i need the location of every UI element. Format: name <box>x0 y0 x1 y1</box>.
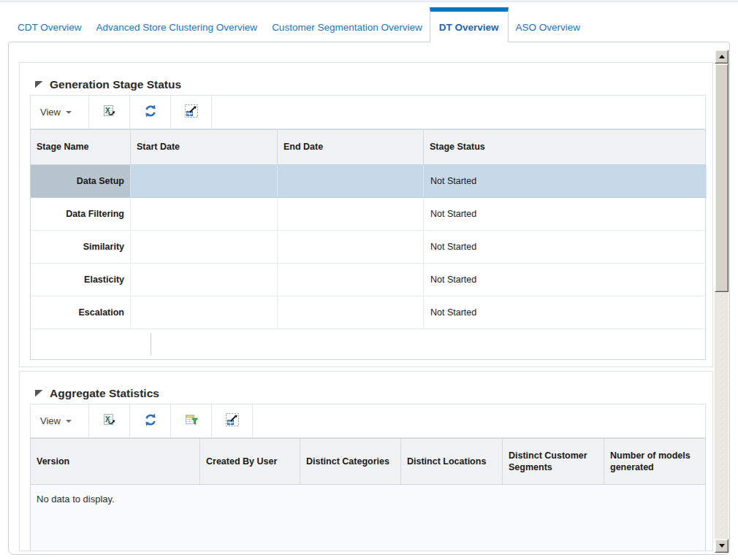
arrow-up-icon <box>719 55 725 58</box>
stage-table-footer <box>31 329 705 359</box>
end-date-cell[interactable] <box>278 264 424 296</box>
column-header-start-date[interactable]: Start Date <box>131 130 278 164</box>
end-date-cell[interactable] <box>278 231 424 264</box>
export-to-excel-icon: X <box>102 104 117 120</box>
export-to-excel-button[interactable]: X <box>89 96 130 129</box>
overview-tab-bar: CDT Overview Advanced Store Clustering O… <box>0 0 738 42</box>
svg-text:X: X <box>105 107 110 115</box>
aggregate-table-empty-body: No data to display. <box>31 485 705 551</box>
stage-status-cell[interactable]: Not Started <box>424 165 707 198</box>
tab-aso-overview[interactable]: ASO Overview <box>509 7 588 42</box>
end-date-cell[interactable] <box>278 198 424 231</box>
tab-cdt-overview[interactable]: CDT Overview <box>10 7 89 42</box>
query-by-example-button[interactable] <box>171 404 212 437</box>
refresh-icon <box>143 104 158 120</box>
export-to-excel-button[interactable]: X <box>89 404 130 437</box>
view-menu-button[interactable]: View <box>31 404 89 437</box>
detach-button[interactable] <box>212 404 253 437</box>
tab-dt-overview[interactable]: DT Overview <box>430 7 509 42</box>
column-header-created-by-user[interactable]: Created By User <box>200 439 300 484</box>
stage-name-cell[interactable]: Elasticity <box>31 264 131 296</box>
section-title: Aggregate Statistics <box>50 387 159 400</box>
collapse-triangle-icon[interactable] <box>35 390 43 397</box>
arrow-down-icon <box>719 544 725 548</box>
export-to-excel-icon: X <box>102 413 117 429</box>
column-header-distinct-customer-segments[interactable]: Distinct Customer Segments <box>503 439 604 484</box>
column-header-version[interactable]: Version <box>31 439 200 484</box>
generation-stage-status-header: Generation Stage Status <box>20 63 712 95</box>
refresh-button[interactable] <box>130 96 171 129</box>
table-row-elasticity[interactable]: Elasticity Not Started <box>31 264 705 296</box>
scrollbar-thumb[interactable] <box>715 64 729 292</box>
stage-status-cell[interactable]: Not Started <box>424 231 707 264</box>
stage-name-cell[interactable]: Similarity <box>31 231 131 264</box>
toolbar-spacer <box>212 96 705 129</box>
stage-name-cell[interactable]: Data Setup <box>31 165 131 198</box>
aggregate-table-header-row: Version Created By User Distinct Categor… <box>31 439 705 485</box>
table-row-data-setup[interactable]: Data Setup Not Started <box>31 165 705 198</box>
generation-stage-status-table: Stage Name Start Date End Date Stage Sta… <box>30 129 706 360</box>
generation-stage-status-section: Generation Stage Status View X <box>19 62 713 367</box>
column-header-stage-status[interactable]: Stage Status <box>424 130 707 164</box>
chevron-down-icon <box>66 111 72 114</box>
view-menu-button[interactable]: View <box>31 96 89 129</box>
table-row-data-filtering[interactable]: Data Filtering Not Started <box>31 198 705 231</box>
refresh-icon <box>143 413 158 429</box>
column-header-stage-name[interactable]: Stage Name <box>31 130 131 164</box>
section-title: Generation Stage Status <box>50 78 181 91</box>
stage-status-cell[interactable]: Not Started <box>424 296 707 329</box>
aggregate-table-toolbar: View X <box>30 404 706 438</box>
start-date-cell[interactable] <box>131 165 278 198</box>
start-date-cell[interactable] <box>131 231 278 264</box>
tab-advanced-store-clustering-overview[interactable]: Advanced Store Clustering Overview <box>89 7 265 42</box>
refresh-button[interactable] <box>130 404 171 437</box>
column-header-number-of-models-generated[interactable]: Number of models generated <box>604 439 707 484</box>
no-data-message: No data to display. <box>31 485 705 505</box>
chevron-down-icon <box>66 420 72 423</box>
column-header-distinct-categories[interactable]: Distinct Categories <box>300 439 401 484</box>
detach-icon <box>225 413 240 429</box>
detach-icon <box>184 104 199 120</box>
aggregate-statistics-section: Aggregate Statistics View X <box>19 371 713 551</box>
stage-name-cell[interactable]: Escalation <box>31 296 131 329</box>
footer-divider <box>151 333 151 356</box>
scrollbar-up-button[interactable] <box>715 50 729 64</box>
table-row-similarity[interactable]: Similarity Not Started <box>31 231 705 264</box>
dt-overview-content-panel: Generation Stage Status View X <box>8 42 730 555</box>
toolbar-spacer <box>253 404 705 437</box>
svg-text:X: X <box>105 415 110 423</box>
end-date-cell[interactable] <box>278 296 424 329</box>
view-menu-label: View <box>40 107 61 118</box>
aggregate-statistics-table: Version Created By User Distinct Categor… <box>30 438 706 551</box>
tab-customer-segmentation-overview[interactable]: Customer Segmentation Overview <box>265 7 430 42</box>
collapse-triangle-icon[interactable] <box>35 81 43 88</box>
start-date-cell[interactable] <box>131 264 278 296</box>
stage-table-toolbar: View X <box>30 95 706 129</box>
detach-button[interactable] <box>171 96 212 129</box>
column-header-end-date[interactable]: End Date <box>278 130 424 164</box>
end-date-cell[interactable] <box>278 165 424 198</box>
table-row-escalation[interactable]: Escalation Not Started <box>31 296 705 329</box>
vertical-scrollbar[interactable] <box>715 50 729 553</box>
start-date-cell[interactable] <box>131 198 278 231</box>
stage-table-header-row: Stage Name Start Date End Date Stage Sta… <box>31 130 705 165</box>
column-header-distinct-locations[interactable]: Distinct Locations <box>401 439 503 484</box>
start-date-cell[interactable] <box>131 296 278 329</box>
stage-name-cell[interactable]: Data Filtering <box>31 198 131 231</box>
view-menu-label: View <box>40 415 61 426</box>
aggregate-statistics-header: Aggregate Statistics <box>20 372 712 404</box>
stage-status-cell[interactable]: Not Started <box>424 198 707 231</box>
query-by-example-icon <box>184 413 199 429</box>
scrollbar-down-button[interactable] <box>715 539 729 553</box>
stage-status-cell[interactable]: Not Started <box>424 264 707 296</box>
